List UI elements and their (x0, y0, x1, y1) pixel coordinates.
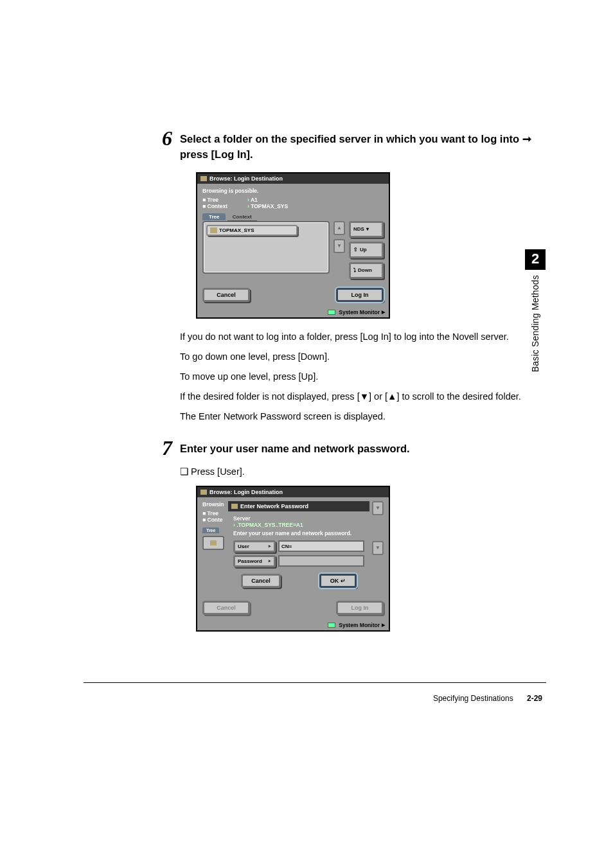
window-titlebar: Browse: Login Destination (197, 487, 389, 497)
bg-tab-tree: Tree (202, 527, 219, 533)
cancel-button[interactable]: Cancel (202, 288, 250, 302)
folder-listbox[interactable]: TOPMAX_SYS (202, 221, 330, 274)
server-label: Server (233, 515, 364, 522)
folder-icon (210, 227, 217, 233)
return-icon: ↵ (341, 578, 346, 584)
down-arrow-icon: ⤵ (353, 267, 356, 273)
tab-tree[interactable]: Tree (202, 213, 226, 220)
step-6-para-5: The Enter Network Password screen is dis… (180, 410, 540, 423)
chapter-number: 2 (525, 249, 546, 270)
system-monitor-bar[interactable]: System Monitor ▶ (197, 307, 389, 317)
down-label: Down (358, 267, 372, 273)
footer-rule (84, 682, 546, 683)
dialog-titlebar: Enter Network Password (228, 501, 369, 511)
system-monitor-label: System Monitor (339, 309, 380, 315)
password-field[interactable] (278, 555, 364, 567)
status-led-icon (328, 623, 335, 628)
up-arrow-icon: ⇧ (353, 247, 358, 252)
login-button[interactable]: Log In (336, 288, 384, 302)
list-item[interactable]: TOPMAX_SYS (206, 225, 298, 236)
status-led-icon (328, 310, 335, 315)
step-7-substep: Press [User]. (180, 466, 540, 477)
password-label: Password (238, 558, 262, 564)
scroll-up-button[interactable]: ▲ (333, 221, 345, 235)
dialog-prompt: Enter your user name and network passwor… (233, 530, 364, 536)
chapter-tab: 2 Basic Sending Methods (525, 249, 546, 372)
user-button[interactable]: User ▸ (233, 540, 276, 553)
step-7-heading: Enter your user name and network passwor… (180, 441, 540, 457)
chevron-down-icon: ▾ (366, 226, 369, 232)
list-item-label: TOPMAX_SYS (219, 227, 254, 233)
context-label: ■ Context (202, 203, 247, 209)
chapter-label: Basic Sending Methods (530, 275, 540, 372)
step-6-para-4: If the desired folder is not displayed, … (180, 390, 540, 403)
window-titlebar: Browse: Login Destination (197, 173, 389, 184)
user-field-prefix: CN= (281, 544, 292, 549)
dialog-title: Enter Network Password (240, 503, 308, 509)
bg-login-button: Log In (336, 601, 384, 615)
chevron-right-icon: ▶ (382, 310, 385, 315)
ok-label: OK (330, 578, 339, 584)
window-title: Browse: Login Destination (209, 489, 283, 495)
context-value: TOPMAX_SYS (247, 203, 288, 209)
bg-context-label: ■ Conte (202, 517, 228, 523)
footer-page-number: 2-29 (527, 694, 542, 703)
screenshot-browse-login: Browse: Login Destination Browsing is po… (196, 172, 390, 319)
screenshot-enter-password: Browse: Login Destination Browsin ■ Tree… (196, 486, 390, 632)
up-button[interactable]: ⇧ Up (349, 242, 384, 258)
bg-scroll-up: ▼ (372, 501, 384, 515)
scroll-down-button[interactable]: ▼ (333, 239, 345, 253)
bg-scroll-down: ▼ (372, 541, 384, 555)
footer-section: Specifying Destinations (433, 694, 513, 703)
step-6-para-1: If you do not want to log into a folder,… (180, 330, 540, 344)
window-title: Browse: Login Destination (209, 175, 283, 182)
tree-label: ■ Tree (202, 197, 247, 203)
ok-button[interactable]: OK ↵ (319, 574, 357, 588)
folder-icon (200, 176, 207, 181)
chevron-right-icon: ▸ (269, 544, 271, 549)
step-6-para-2: To go down one level, press [Down]. (180, 350, 540, 364)
folder-icon (231, 504, 238, 509)
step-6-number: 6 (162, 127, 172, 150)
step-7-number: 7 (162, 436, 172, 460)
tab-context[interactable]: Context (227, 213, 257, 221)
up-label: Up (360, 247, 367, 252)
nds-dropdown[interactable]: NDS ▾ (349, 221, 384, 238)
folder-icon (200, 490, 207, 495)
password-button[interactable]: Password ▸ (233, 555, 276, 567)
dialog-cancel-button[interactable]: Cancel (241, 574, 281, 588)
server-path: › .TOPMAX_SYS..TREE=A1 (233, 522, 364, 528)
bg-tree-label: ■ Tree (202, 510, 228, 517)
user-label: User (238, 544, 249, 549)
folder-icon (210, 540, 217, 545)
chevron-right-icon: ▶ (382, 623, 385, 628)
browse-status: Browsing is possible. (202, 188, 384, 194)
down-button[interactable]: ⤵ Down (349, 262, 384, 279)
chevron-right-icon: ▸ (269, 558, 271, 563)
step-6-heading: Select a folder on the specified server … (180, 132, 540, 163)
step-6-para-3: To move up one level, press [Up]. (180, 370, 540, 384)
bg-cancel-button: Cancel (202, 601, 250, 615)
tree-value: A1 (247, 197, 258, 203)
system-monitor-label: System Monitor (339, 622, 380, 628)
system-monitor-bar[interactable]: System Monitor ▶ (197, 620, 389, 630)
user-field[interactable]: CN= (278, 540, 364, 552)
nds-label: NDS (353, 226, 364, 232)
page-footer: Specifying Destinations 2-29 (433, 694, 542, 703)
bg-status-text: Browsin (202, 501, 228, 508)
